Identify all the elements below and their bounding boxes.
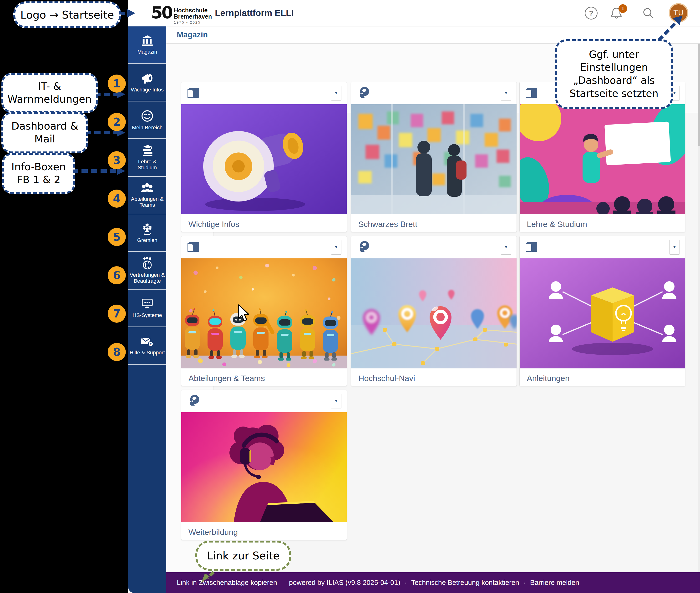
chevron-down-icon: ▼ xyxy=(673,91,677,95)
annotation-logo-startseite: Logo → Startseite xyxy=(13,1,121,28)
megaphone-icon xyxy=(141,72,154,84)
university-logo[interactable]: 50 Hochschule Bremerhaven 1975 - 2025 xyxy=(151,3,212,24)
chevron-down-icon: ▼ xyxy=(334,91,338,95)
footer-powered-by: powered by ILIAS (v9.8 2025-04-01) xyxy=(289,579,401,587)
annotation-number-2: 2 xyxy=(108,113,126,131)
footer-separator: · xyxy=(405,579,407,587)
card-title[interactable]: Schwarzes Brett xyxy=(351,214,517,232)
logo-name-line2: Bremerhaven xyxy=(174,13,212,19)
annotation-number-7: 7 xyxy=(108,305,126,323)
card-schwarzes-brett[interactable]: ▼ xyxy=(351,82,517,232)
monitor-password-icon xyxy=(141,298,154,310)
scrollbar-track xyxy=(698,44,700,572)
card-actions-dropdown[interactable]: ▼ xyxy=(669,240,680,254)
sidebar-item-mein-bereich[interactable]: Mein Bereich xyxy=(128,102,166,139)
chevron-down-icon: ▼ xyxy=(334,399,338,403)
annotation-number-3: 3 xyxy=(108,151,126,169)
card-actions-dropdown[interactable]: ▼ xyxy=(331,240,341,254)
megaphone-illustration[interactable] xyxy=(181,104,347,214)
annotated-screenshot-canvas: 50 Hochschule Bremerhaven 1975 - 2025 Le… xyxy=(0,0,700,593)
headphones-person-illustration[interactable] xyxy=(181,412,347,522)
chevron-down-icon: ▼ xyxy=(334,245,338,249)
mail-question-icon: ? xyxy=(140,336,154,348)
sidebar-item-vertretungen[interactable]: Vertretungen & Beauftragte xyxy=(128,252,166,289)
footer-link-copy-link[interactable]: Link in Zwischenablage kopieren xyxy=(177,579,277,587)
annotation-number-1: 1 xyxy=(108,75,126,93)
card-title[interactable]: Lehre & Studium xyxy=(520,214,685,232)
sidebar-item-wichtige-infos[interactable]: Wichtige Infos xyxy=(128,64,166,102)
annotation-dashboard-mail: Dashboard & Mail xyxy=(1,112,88,153)
svg-text:?: ? xyxy=(150,342,151,346)
sidebar-item-lehre-studium[interactable]: Lehre & Studium xyxy=(128,139,166,177)
card-actions-dropdown[interactable]: ▼ xyxy=(331,86,341,101)
folder-icon xyxy=(187,86,200,99)
logo-name-line1: Hochschule xyxy=(174,7,212,13)
chevron-down-icon: ▼ xyxy=(673,245,677,249)
card-title[interactable]: Abteilungen & Teams xyxy=(181,368,347,386)
card-actions-dropdown[interactable]: ▼ xyxy=(501,86,511,101)
notification-badge: 1 xyxy=(619,4,627,13)
card-title[interactable]: Hochschul-Navi xyxy=(351,368,517,386)
help-icon: ? xyxy=(585,7,597,19)
robots-illustration[interactable] xyxy=(181,259,347,368)
card-hochschul-navi[interactable]: ▼ xyxy=(351,236,517,386)
chevron-down-icon: ▼ xyxy=(504,245,508,249)
top-header-bar: 50 Hochschule Bremerhaven 1975 - 2025 Le… xyxy=(128,0,700,27)
card-title[interactable]: Anleitungen xyxy=(520,368,685,386)
committee-icon xyxy=(141,223,154,235)
chevron-down-icon: ▼ xyxy=(504,91,508,95)
annotation-number-4: 4 xyxy=(108,190,126,208)
folder-icon xyxy=(187,240,200,253)
annotation-number-8: 8 xyxy=(108,343,126,361)
logo-years: 1975 - 2025 xyxy=(174,20,212,24)
card-abteilungen-teams[interactable]: ▼ xyxy=(181,236,347,386)
sidebar-item-hs-systeme[interactable]: HS-Systeme xyxy=(128,289,166,327)
logo-50: 50 xyxy=(151,3,172,23)
sidebar-item-hilfe-support[interactable]: ? Hilfe & Support xyxy=(128,327,166,365)
card-actions-dropdown[interactable]: ▼ xyxy=(501,240,511,254)
people-group-icon xyxy=(140,183,154,194)
footer-bar: Link in Zwischenablage kopieren powered … xyxy=(166,572,700,593)
help-button[interactable]: ? xyxy=(585,7,597,19)
folder-icon xyxy=(526,86,539,99)
card-title[interactable]: Weiterbildung xyxy=(181,522,347,540)
mouse-cursor xyxy=(238,304,249,322)
books-gradcap-icon xyxy=(140,145,154,156)
card-anleitungen[interactable]: ▼ xyxy=(519,236,685,386)
search-icon xyxy=(642,7,655,19)
map-pins-illustration[interactable] xyxy=(351,259,517,368)
scrollbar-thumb[interactable] xyxy=(698,44,700,146)
weblink-icon xyxy=(187,394,200,407)
lightbulb-network-illustration[interactable] xyxy=(520,259,685,368)
card-wichtige-infos[interactable]: ▼ Wichtige Infos xyxy=(181,82,347,232)
annotation-dashboard-startseite-hinweis: Ggf. unter Einstellungen „Dashboard“ als… xyxy=(555,39,673,109)
annotation-number-5: 5 xyxy=(108,228,126,246)
search-button[interactable] xyxy=(642,7,655,19)
bank-icon xyxy=(141,35,154,47)
presentation-illustration[interactable] xyxy=(520,104,685,214)
page-title: Lernplattform ELLI xyxy=(215,0,294,26)
globe-people-icon xyxy=(141,257,154,270)
card-actions-dropdown[interactable]: ▼ xyxy=(331,394,341,408)
annotation-it-warnmeldungen: IT- & Warnmeldungen xyxy=(1,73,98,113)
notifications-button[interactable]: 1 xyxy=(610,7,623,19)
pinboard-photo[interactable] xyxy=(351,104,517,214)
footer-link-support[interactable]: Technische Betreuung kontaktieren xyxy=(411,579,519,587)
sidebar-item-abteilungen-teams[interactable]: Abteilungen & Teams xyxy=(128,177,166,214)
breadcrumb-magazin[interactable]: Magazin xyxy=(177,26,208,43)
sidebar-item-magazin[interactable]: Magazin xyxy=(128,26,166,64)
folder-icon xyxy=(526,240,539,253)
annotation-link-zur-seite: Link zur Seite xyxy=(195,541,291,570)
weblink-icon xyxy=(357,86,370,99)
card-weiterbildung[interactable]: ▼ xyxy=(181,390,347,540)
footer-link-report-barrier[interactable]: Barriere melden xyxy=(530,579,579,587)
smiley-icon xyxy=(141,110,154,122)
main-sidebar: Magazin Wichtige Infos Mein Bereich xyxy=(128,26,166,593)
annotation-number-6: 6 xyxy=(108,266,126,284)
sidebar-item-gremien[interactable]: Gremien xyxy=(128,214,166,252)
annotation-info-boxen: Info-Boxen FB 1 & 2 xyxy=(2,153,75,194)
weblink-icon xyxy=(357,240,370,253)
footer-separator: · xyxy=(523,579,526,587)
annotation-arrow-to-avatar xyxy=(653,14,687,42)
card-title[interactable]: Wichtige Infos xyxy=(181,214,347,232)
